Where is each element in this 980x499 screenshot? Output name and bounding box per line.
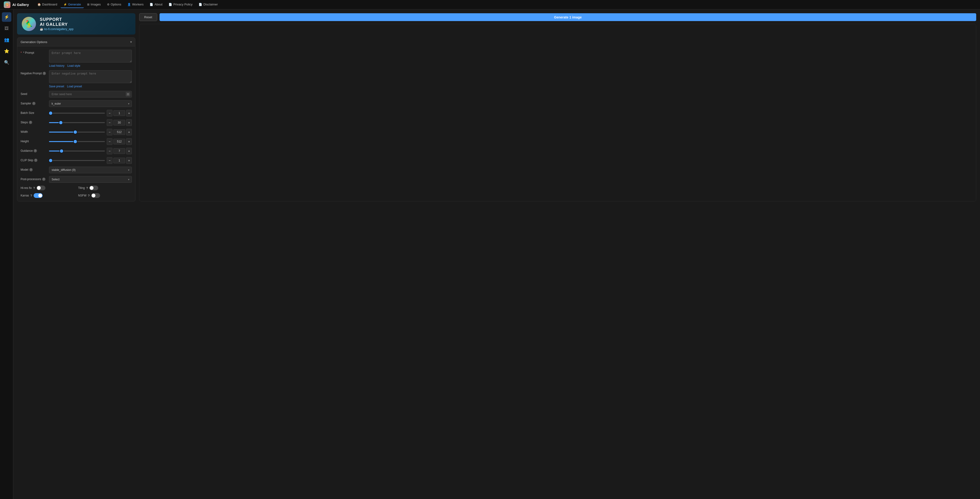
generate-icon: ⚡ xyxy=(64,3,67,6)
clip-skip-decrement[interactable]: − xyxy=(107,157,113,164)
guidance-label: Guidance ? xyxy=(21,148,47,153)
clip-skip-increment[interactable]: + xyxy=(126,157,132,164)
model-row: Model ? stable_diffusion (9) xyxy=(21,167,132,173)
nav-about[interactable]: 📄 About xyxy=(147,1,165,8)
generation-options-header[interactable]: Generation Options ▾ xyxy=(17,38,135,46)
negative-prompt-info-icon[interactable]: ? xyxy=(43,72,46,75)
width-input[interactable] xyxy=(113,129,125,135)
sampler-select[interactable]: k_euler k_euler_a k_dpm_2 k_dpm_2_a DDIM xyxy=(49,100,132,107)
height-row: Height − + xyxy=(21,138,132,145)
nav-generate[interactable]: ⚡ Generate xyxy=(60,1,84,8)
tiling-toggle[interactable] xyxy=(89,186,98,190)
batch-size-slider-row: − + xyxy=(49,110,132,116)
sidebar: ⚡ 🖼 👥 ⭐ 🔍 xyxy=(0,10,13,499)
steps-decrement[interactable]: − xyxy=(107,119,113,126)
sidebar-item-search[interactable]: 🔍 xyxy=(2,58,11,67)
nsfw-label: NSFW xyxy=(78,194,86,197)
steps-increment[interactable]: + xyxy=(126,119,132,126)
width-slider[interactable] xyxy=(49,132,105,133)
tiling-knob xyxy=(90,186,94,190)
nav-images[interactable]: ⊞ Images xyxy=(84,1,104,8)
action-bar: Reset Generate 1 image xyxy=(139,13,976,21)
prompt-label: * * Prompt xyxy=(21,50,47,54)
clip-skip-input[interactable] xyxy=(113,158,125,163)
model-info-icon[interactable]: ? xyxy=(29,168,33,172)
prompt-input[interactable] xyxy=(49,50,132,62)
nav-workers[interactable]: 👤 Workers xyxy=(124,1,146,8)
nsfw-toggle[interactable] xyxy=(91,193,100,198)
load-style-btn[interactable]: Load style xyxy=(67,64,80,67)
tiling-info-icon[interactable]: ? xyxy=(86,186,88,190)
batch-size-row: Batch Size − + xyxy=(21,110,132,116)
karras-info-icon[interactable]: ? xyxy=(30,194,32,197)
nav-options[interactable]: ⚙ Options xyxy=(104,1,124,8)
height-increment[interactable]: + xyxy=(126,138,132,145)
steps-input[interactable] xyxy=(113,120,125,126)
karras-knob xyxy=(38,194,42,197)
guidance-info-icon[interactable]: ? xyxy=(33,149,37,153)
negative-prompt-label: Negative Prompt ? xyxy=(21,70,47,75)
hi-res-fix-toggle[interactable] xyxy=(37,186,45,190)
steps-label: Steps ? xyxy=(21,119,47,124)
generation-options-card: Generation Options ▾ * * Prompt Load his… xyxy=(17,37,135,202)
height-slider-row: − + xyxy=(49,138,132,145)
guidance-decrement[interactable]: − xyxy=(107,148,113,154)
steps-slider-row: − + xyxy=(49,119,132,126)
sampler-row: Sampler ? k_euler k_euler_a k_dpm_2 k_dp… xyxy=(21,100,132,107)
prompt-links: Load history Load style xyxy=(49,64,132,67)
batch-size-slider[interactable] xyxy=(49,113,105,114)
reset-button[interactable]: Reset xyxy=(139,13,157,21)
batch-size-input[interactable] xyxy=(113,110,125,116)
nav-privacy[interactable]: 📄 Privacy Policy xyxy=(166,1,195,8)
height-decrement[interactable]: − xyxy=(107,138,113,145)
nsfw-knob xyxy=(92,194,95,197)
sidebar-item-favorites[interactable]: ⭐ xyxy=(2,46,11,56)
load-history-btn[interactable]: Load history xyxy=(49,64,64,67)
nav-dashboard[interactable]: 🏠 Dashboard xyxy=(35,1,60,8)
steps-row: Steps ? − + xyxy=(21,119,132,126)
hi-res-fix-info-icon[interactable]: ? xyxy=(33,186,35,190)
load-preset-btn[interactable]: Load preset xyxy=(67,85,82,88)
height-slider[interactable] xyxy=(49,141,105,142)
guidance-row: Guidance ? − + xyxy=(21,148,132,154)
sidebar-item-images[interactable]: 🖼 xyxy=(2,24,11,33)
sidebar-item-generate[interactable]: ⚡ xyxy=(2,12,11,22)
steps-slider[interactable] xyxy=(49,122,105,123)
save-preset-btn[interactable]: Save preset xyxy=(49,85,64,88)
seed-input[interactable] xyxy=(49,91,132,97)
width-decrement[interactable]: − xyxy=(107,129,113,135)
batch-size-label: Batch Size xyxy=(21,110,47,114)
nav-disclaimer[interactable]: 📄 Disclaimer xyxy=(196,1,221,8)
sidebar-item-gallery[interactable]: 👥 xyxy=(2,35,11,44)
model-select[interactable]: stable_diffusion (9) xyxy=(49,167,132,173)
negative-prompt-input[interactable] xyxy=(49,70,132,83)
nsfw-info-icon[interactable]: ? xyxy=(88,194,89,197)
chevron-down-icon: ▾ xyxy=(130,40,132,44)
post-processors-info-icon[interactable]: ? xyxy=(42,178,45,181)
steps-info-icon[interactable]: ? xyxy=(29,121,32,124)
images-icon: ⊞ xyxy=(87,3,89,6)
sampler-info-icon[interactable]: ? xyxy=(32,102,35,105)
clip-skip-info-icon[interactable]: ? xyxy=(34,159,37,162)
banner-link[interactable]: ☕ ko-fi.com/aigallery_app xyxy=(40,27,73,31)
karras-label: Karras xyxy=(21,194,29,197)
post-processors-select[interactable]: Select GFPGAN Real-ESRGAN CodeFormer xyxy=(49,176,132,183)
height-input[interactable] xyxy=(113,139,125,145)
guidance-input[interactable] xyxy=(113,148,125,154)
guidance-increment[interactable]: + xyxy=(126,148,132,154)
banner-bird: 🦜 xyxy=(22,17,36,31)
clip-skip-slider[interactable] xyxy=(49,160,105,161)
batch-size-decrement[interactable]: − xyxy=(107,110,113,116)
guidance-slider[interactable] xyxy=(49,151,105,151)
image-canvas xyxy=(139,24,976,202)
width-increment[interactable]: + xyxy=(126,129,132,135)
topnav: 🎨 Ai Gallery 🏠 Dashboard ⚡ Generate ⊞ Im… xyxy=(0,0,980,10)
seed-random-btn[interactable]: ⚄ xyxy=(126,92,130,97)
generate-button[interactable]: Generate 1 image xyxy=(159,13,976,21)
banner-text: Support Ai Gallery ☕ ko-fi.com/aigallery… xyxy=(40,17,73,31)
post-processors-label: Post-processors ? xyxy=(21,176,47,181)
disclaimer-icon: 📄 xyxy=(199,3,202,6)
batch-size-increment[interactable]: + xyxy=(126,110,132,116)
right-panel: Reset Generate 1 image xyxy=(139,13,976,202)
karras-toggle[interactable] xyxy=(33,193,43,198)
